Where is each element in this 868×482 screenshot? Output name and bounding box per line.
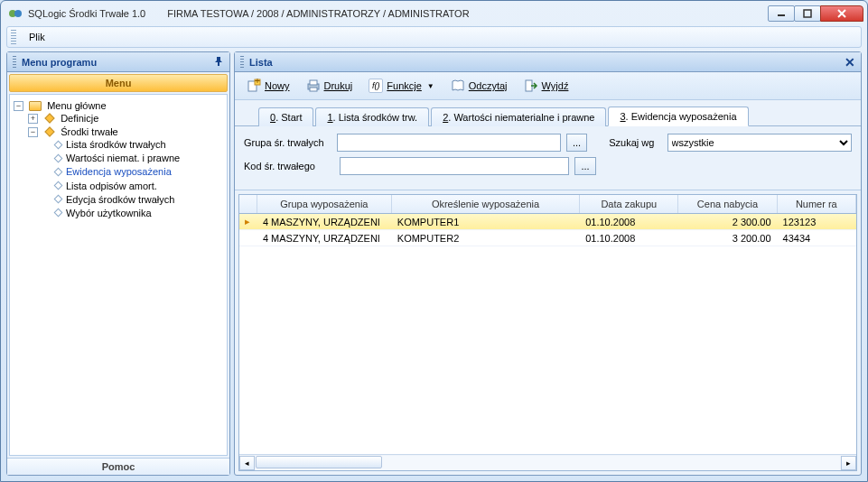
window-controls xyxy=(769,5,863,22)
exit-button[interactable]: Wyjdź xyxy=(518,76,575,96)
toolbar-label: Drukuj xyxy=(324,80,353,91)
scroll-left-button[interactable]: ◂ xyxy=(239,456,255,470)
grid-header-cell[interactable]: Grupa wyposażenia xyxy=(257,195,392,213)
left-panel-header: Menu programu xyxy=(7,52,229,72)
toolbar-label: Wyjdź xyxy=(542,80,569,91)
tree-node-srodki[interactable]: Środki trwałe xyxy=(61,126,118,137)
toolbar-label: Nowy xyxy=(265,80,290,91)
app-window: SQLogic Środki Trwałe 1.0 FIRMA TESTOWA … xyxy=(0,0,868,482)
scroll-right-button[interactable]: ▸ xyxy=(841,456,856,470)
right-body: + Nowy Drukuj f() Funkcje ▼ Odczytaj xyxy=(235,72,861,475)
tree-leaf-selected[interactable]: Ewidencja wyposażenia xyxy=(66,167,172,178)
cell-okreslenie: KOMPUTER2 xyxy=(392,232,580,245)
horizontal-scrollbar[interactable]: ◂ ▸ xyxy=(239,454,856,470)
tree-leaf[interactable]: Lista środków trwałych xyxy=(66,139,166,150)
right-panel-header: Lista ✕ xyxy=(235,52,861,72)
tree-leaf[interactable]: Edycja środków trwałych xyxy=(66,194,174,205)
tab-lista[interactable]: 1. Lista środków trw. xyxy=(315,107,429,126)
svg-rect-10 xyxy=(310,80,317,85)
minimize-button[interactable] xyxy=(768,5,795,22)
folder-icon xyxy=(29,101,42,111)
tree-leaf[interactable]: Lista odpisów amort. xyxy=(66,181,157,191)
right-panel-title: Lista xyxy=(249,57,273,68)
help-section-band[interactable]: Pomoc xyxy=(7,458,229,475)
grid-header-cell[interactable]: Numer ra xyxy=(778,195,856,213)
titlebar: SQLogic Środki Trwałe 1.0 FIRMA TESTOWA … xyxy=(1,1,867,26)
tab-label: . Wartości niematerialne i prawne xyxy=(448,112,594,123)
tab-start[interactable]: 0. Start xyxy=(258,107,313,126)
table-row[interactable]: 4 MASZYNY, URZĄDZENI KOMPUTER2 01.10.200… xyxy=(239,230,856,246)
grupa-pick-button[interactable]: ... xyxy=(566,134,587,152)
new-icon: + xyxy=(247,79,261,93)
tree-toggle[interactable]: − xyxy=(14,101,23,111)
svg-rect-3 xyxy=(804,10,811,17)
print-button[interactable]: Drukuj xyxy=(300,76,359,96)
leaf-icon xyxy=(54,154,63,163)
cell-data: 01.10.2008 xyxy=(580,232,678,245)
exit-icon xyxy=(524,79,538,93)
tree-toggle[interactable]: − xyxy=(28,127,38,137)
toolbar-label: Odczytaj xyxy=(469,80,508,91)
dropdown-icon: ▼ xyxy=(427,82,434,90)
tab-label: . Ewidencja wyposażenia xyxy=(626,111,737,122)
grid-header-cell[interactable]: Określenie wyposażenia xyxy=(392,195,580,213)
app-icon xyxy=(8,6,23,21)
table-row[interactable]: ▸ 4 MASZYNY, URZĄDZENI KOMPUTER1 01.10.2… xyxy=(239,214,856,230)
new-button[interactable]: + Nowy xyxy=(240,76,296,96)
filters: Grupa śr. trwałych ... Szukaj wg wszystk… xyxy=(235,126,861,190)
panel-close-icon[interactable]: ✕ xyxy=(845,55,855,70)
pin-icon[interactable] xyxy=(213,56,224,69)
szukaj-select[interactable]: wszystkie xyxy=(667,134,852,152)
tab-ewidencja[interactable]: 3. Ewidencja wyposażenia xyxy=(608,107,748,126)
leaf-icon xyxy=(54,209,63,218)
leaf-icon xyxy=(54,195,63,204)
menu-file[interactable]: Plik xyxy=(22,29,52,45)
leaf-icon xyxy=(54,181,63,190)
grid-header-cell[interactable]: Data zakupu xyxy=(580,195,678,213)
functions-button[interactable]: f() Funkcje ▼ xyxy=(362,76,440,96)
grid-body: ▸ 4 MASZYNY, URZĄDZENI KOMPUTER1 01.10.2… xyxy=(239,214,856,454)
menubar-grip xyxy=(11,30,16,44)
cell-cena: 2 300.00 xyxy=(678,216,777,228)
node-icon xyxy=(44,114,54,124)
left-panel: Menu programu Menu − Menu główne + xyxy=(6,51,230,476)
tree-node-definicje[interactable]: Definicje xyxy=(61,113,98,124)
maximize-button[interactable] xyxy=(794,5,821,22)
tab-label: . Start xyxy=(275,112,302,123)
tab-label: . Lista środków trw. xyxy=(333,112,418,123)
menu-section-band[interactable]: Menu xyxy=(9,74,228,92)
grupa-input[interactable] xyxy=(337,134,560,152)
scroll-track[interactable] xyxy=(256,456,840,470)
grid-header-cell[interactable]: Cena nabycia xyxy=(678,195,777,213)
read-button[interactable]: Odczytaj xyxy=(444,76,514,96)
tree-leaf[interactable]: Wybór użytkownika xyxy=(66,208,152,218)
tree-root[interactable]: Menu główne xyxy=(47,100,106,111)
app-title: SQLogic Środki Trwałe 1.0 xyxy=(28,8,145,19)
kod-pick-button[interactable]: ... xyxy=(574,157,596,175)
szukaj-label: Szukaj wg xyxy=(609,137,661,148)
panel-grip xyxy=(13,56,16,69)
tab-wartosci[interactable]: 2. Wartości niematerialne i prawne xyxy=(431,107,606,126)
row-indicator-icon xyxy=(239,237,257,239)
book-icon xyxy=(451,79,465,93)
nav-tree: − Menu główne + Definicje − xyxy=(9,94,228,456)
menubar: Plik xyxy=(6,26,862,48)
title-context: FIRMA TESTOWA / 2008 / ADMINISTRATORZY /… xyxy=(167,8,769,19)
grupa-label: Grupa śr. trwałych xyxy=(244,137,331,148)
tree-toggle[interactable]: + xyxy=(28,114,38,124)
tabstrip: 0. Start 1. Lista środków trw. 2. Wartoś… xyxy=(235,100,861,126)
left-panel-title: Menu programu xyxy=(22,57,97,68)
function-icon: f() xyxy=(369,79,383,93)
grid-header-cell[interactable] xyxy=(239,195,257,213)
row-indicator-icon: ▸ xyxy=(239,215,257,228)
svg-rect-12 xyxy=(526,80,532,91)
grid-header: Grupa wyposażenia Określenie wyposażenia… xyxy=(239,195,856,214)
scroll-thumb[interactable] xyxy=(256,456,382,468)
right-panel: Lista ✕ + Nowy Drukuj f() Funkcje xyxy=(234,51,862,476)
close-button[interactable] xyxy=(820,5,863,22)
cell-grupa: 4 MASZYNY, URZĄDZENI xyxy=(257,232,392,245)
svg-text:+: + xyxy=(255,79,260,86)
tree-leaf[interactable]: Wartości niemat. i prawne xyxy=(66,153,180,163)
node-icon xyxy=(44,127,54,137)
kod-input[interactable] xyxy=(340,157,569,175)
